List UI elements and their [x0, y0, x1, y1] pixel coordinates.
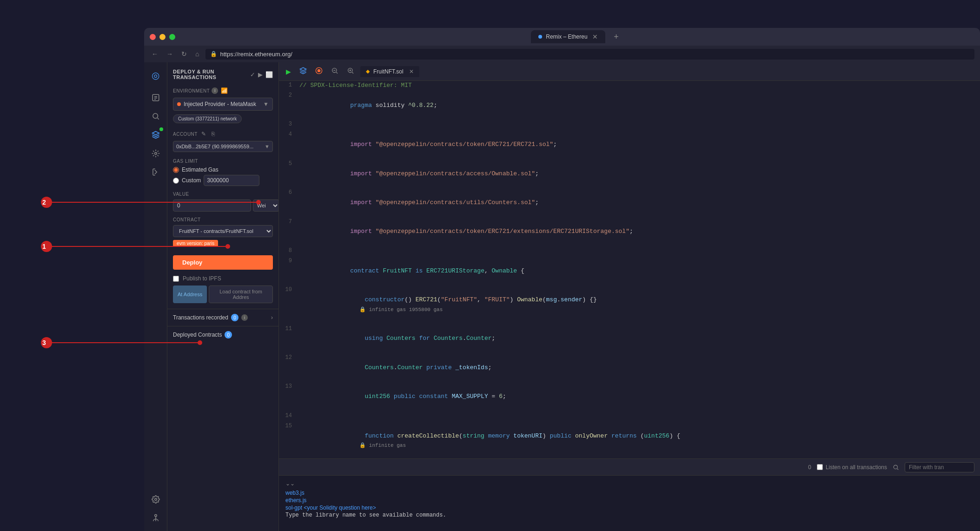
transactions-row[interactable]: Transactions recorded 0 i ›: [173, 314, 273, 321]
transactions-info-icon[interactable]: i: [241, 314, 248, 321]
environment-info-icon[interactable]: i: [212, 87, 218, 94]
editor-area: ▶: [279, 62, 980, 531]
url-field[interactable]: 🔒 https://remix.ethereum.org/: [205, 49, 974, 60]
tab-close-button[interactable]: ✕: [592, 33, 598, 40]
gas-limit-section: GAS LIMIT Estimated Gas Custom 3000000: [167, 156, 278, 189]
listen-row: Listen on all transactions: [817, 464, 887, 471]
contract-select[interactable]: FruitNFT - contracts/FruitNFT.sol: [173, 225, 273, 237]
back-button[interactable]: ←: [150, 49, 160, 59]
search-filter-icon: [893, 464, 899, 471]
load-contract-button[interactable]: Load contract from Addres: [209, 285, 273, 303]
account-label: ACCOUNT ✎ ⎘: [167, 127, 278, 140]
play-icon-button[interactable]: ▶: [258, 71, 263, 78]
value-label: VALUE: [173, 192, 273, 197]
check-icon-button[interactable]: ✓: [250, 71, 255, 78]
deploy-panel: DEPLOY & RUN TRANSACTIONS ✓ ▶ ⬜ ENVIRONM…: [167, 62, 279, 531]
console-link-ethers[interactable]: ethers.js: [285, 497, 973, 504]
activity-icon-files[interactable]: [147, 89, 164, 106]
gas-limit-label: GAS LIMIT: [173, 159, 273, 164]
environment-select[interactable]: Injected Provider - MetaMask ▼: [173, 98, 273, 111]
code-line-5: 5 import "@openzeppelin/contracts/access…: [279, 159, 980, 188]
filter-input[interactable]: [905, 462, 974, 472]
listen-label: Listen on all transactions: [826, 464, 887, 471]
contract-section: CONTRACT FruitNFT - contracts/FruitNFT.s…: [167, 214, 278, 250]
sol-file-icon: ◆: [366, 68, 370, 74]
console-area: ⌄⌄ web3.js ethers.js sol-gpt <your Solid…: [279, 475, 980, 531]
at-address-button[interactable]: At Address: [173, 285, 207, 303]
svg-point-16: [41, 197, 52, 208]
svg-point-13: [894, 465, 897, 469]
panel-title: DEPLOY & RUN TRANSACTIONS: [173, 69, 250, 80]
activity-bar: ◎: [144, 62, 167, 531]
activity-icon-search[interactable]: [147, 108, 164, 125]
expand-icon-button[interactable]: ⬜: [265, 71, 273, 78]
estimated-gas-row: Estimated Gas: [173, 166, 273, 173]
new-tab-button[interactable]: +: [610, 32, 622, 42]
account-edit-icon[interactable]: ✎: [199, 130, 208, 138]
browser-window: Remix – Ethereu ✕ + ← → ↻ ⌂ 🔒 https://re…: [144, 28, 980, 531]
network-badge: Custom (33772211) network: [173, 114, 242, 123]
account-value: 0xDbB...2b5E7 (90.9999869559...: [176, 144, 253, 149]
refresh-button[interactable]: ↻: [179, 49, 189, 59]
deploy-button[interactable]: Deploy: [173, 255, 273, 270]
zoom-out-button[interactable]: [329, 66, 341, 77]
zoom-in-button[interactable]: [344, 66, 357, 77]
forward-button[interactable]: →: [165, 49, 175, 59]
console-link-solgpt[interactable]: sol-gpt <your Solidity question here>: [285, 504, 973, 511]
code-line-8: 8: [279, 246, 980, 257]
activity-icon-anchor[interactable]: [147, 510, 164, 526]
editor-toolbar: ▶: [279, 62, 980, 81]
activity-icon-logo: ◎: [147, 67, 164, 84]
custom-gas-radio[interactable]: [173, 178, 179, 184]
bottom-status-bar: 0 Listen on all transactions: [279, 458, 980, 475]
code-line-9: 9 contract FruitNFT is ERC721URIStorage,…: [279, 257, 980, 285]
deploy-icon-button[interactable]: [297, 66, 309, 77]
environment-value: Injected Provider - MetaMask: [184, 101, 256, 107]
wifi-icon: 📶: [221, 87, 228, 94]
activity-icon-plugins[interactable]: [147, 164, 164, 180]
account-select[interactable]: 0xDbB...2b5E7 (90.9999869559... ▼: [173, 141, 273, 152]
maximize-button[interactable]: [169, 34, 175, 40]
home-button[interactable]: ⌂: [193, 49, 201, 59]
svg-text:1: 1: [42, 243, 46, 250]
debug-toggle-button[interactable]: [313, 66, 325, 77]
minimize-button[interactable]: [159, 34, 166, 40]
console-link-web3[interactable]: web3.js: [285, 490, 973, 496]
code-line-12: 12 Counters.Counter private _tokenIds;: [279, 353, 980, 382]
code-line-10: 10 constructor() ERC721("FruitNFT", "FRU…: [279, 285, 980, 324]
editor-tab-label: FruitNFT.sol: [373, 68, 404, 75]
editor-tab-fruitnft[interactable]: ◆ FruitNFT.sol ✕: [360, 66, 419, 77]
deployed-contracts-section: Deployed Contracts 0: [167, 326, 278, 343]
code-line-13: 13 uint256 public constant MAX_SUPPLY = …: [279, 382, 980, 411]
svg-text:3: 3: [42, 339, 46, 346]
close-button[interactable]: [150, 34, 156, 40]
transactions-chevron-icon: ›: [271, 314, 273, 321]
run-button[interactable]: ▶: [284, 66, 293, 77]
listen-checkbox[interactable]: [817, 464, 823, 470]
editor-tab-close-icon[interactable]: ✕: [409, 68, 414, 75]
account-copy-icon[interactable]: ⎘: [210, 130, 217, 138]
browser-tab[interactable]: Remix – Ethereu ✕: [531, 30, 605, 43]
console-chevron-icon[interactable]: ⌄⌄: [285, 480, 295, 487]
activity-icon-deploy[interactable]: [147, 126, 164, 143]
code-line-7: 7 import "@openzeppelin/contracts/token/…: [279, 218, 980, 246]
activity-icon-settings[interactable]: [147, 491, 164, 508]
lock-icon: 🔒: [210, 51, 217, 57]
deployed-count-badge: 0: [225, 331, 232, 339]
value-input[interactable]: [173, 199, 251, 212]
estimated-gas-radio[interactable]: [173, 167, 179, 173]
environment-label: ENVIRONMENT i 📶: [167, 85, 278, 96]
publish-row: Publish to IPFS: [167, 275, 278, 285]
activity-icon-debug[interactable]: [147, 145, 164, 162]
unit-select[interactable]: Wei Gwei Ether: [253, 199, 279, 212]
code-line-2: 2 pragma solidity ^0.8.22;: [279, 91, 980, 120]
custom-gas-input[interactable]: 3000000: [204, 175, 259, 186]
panel-toolbar: ✓ ▶ ⬜: [250, 71, 273, 78]
evm-badge: evm version: paris: [173, 240, 218, 247]
code-editor[interactable]: 1 // SPDX-License-Identifier: MIT 2 prag…: [279, 81, 980, 458]
svg-point-2: [154, 153, 157, 155]
deployed-title: Deployed Contracts 0: [173, 331, 273, 339]
code-line-1: 1 // SPDX-License-Identifier: MIT: [279, 81, 980, 91]
code-line-4: 4 import "@openzeppelin/contracts/token/…: [279, 130, 980, 159]
publish-checkbox[interactable]: [173, 276, 179, 282]
